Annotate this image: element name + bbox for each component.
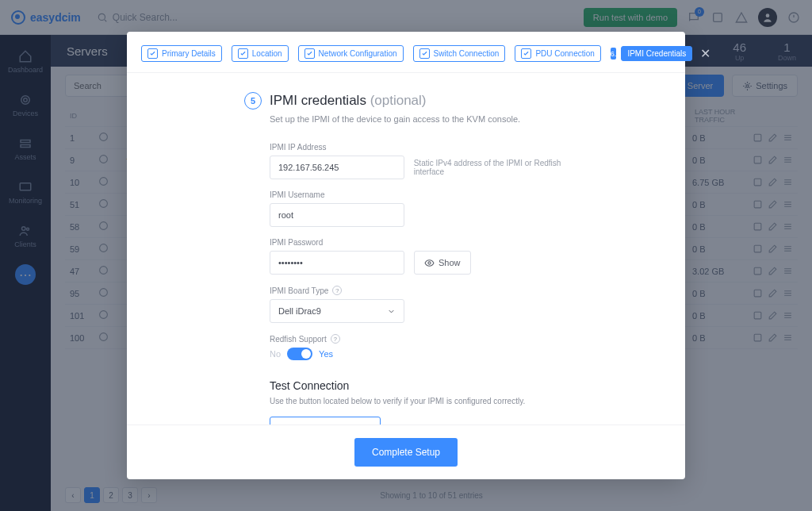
board-label: IPMI Board Type? — [270, 286, 593, 295]
step-number-badge: 6. — [611, 48, 617, 60]
ip-hint: Static IPv4 address of the IPMI or Redfi… — [414, 159, 593, 176]
pass-label: IPMI Password — [270, 238, 593, 247]
connection-test-button[interactable]: Quick Connection Test — [270, 417, 381, 425]
step-location[interactable]: Location — [232, 45, 289, 62]
check-icon — [238, 48, 248, 59]
chevron-down-icon — [387, 307, 396, 316]
section-heading: IPMI credentials (optional) — [270, 93, 427, 109]
check-icon — [304, 48, 315, 59]
wizard-steps: Primary Details Location Network Configu… — [127, 32, 685, 73]
section-description: Set up the IPMI of the device to gain ac… — [270, 114, 593, 124]
redfish-label: Redfish Support? — [270, 334, 593, 344]
info-icon[interactable]: ? — [331, 334, 340, 344]
step-switch[interactable]: Switch Connection — [413, 45, 506, 62]
ipmi-password-input[interactable] — [270, 251, 404, 275]
check-icon — [419, 48, 430, 59]
check-icon — [147, 48, 158, 59]
svg-point-31 — [428, 261, 431, 263]
show-password-button[interactable]: Show — [414, 251, 471, 275]
toggle-yes-label: Yes — [319, 349, 333, 359]
check-icon — [521, 48, 531, 59]
step-circle: 5 — [244, 92, 262, 110]
toggle-no-label: No — [270, 349, 281, 359]
complete-setup-button[interactable]: Complete Setup — [354, 438, 458, 467]
info-icon[interactable]: ? — [332, 286, 342, 295]
board-type-select[interactable]: Dell iDrac9 — [270, 299, 404, 323]
step-network[interactable]: Network Configuration — [298, 45, 404, 62]
step-ipmi[interactable]: IPMI Credentials — [621, 46, 692, 61]
step-pdu[interactable]: PDU Connection — [515, 45, 600, 62]
redfish-toggle[interactable] — [287, 348, 312, 360]
eye-icon — [424, 258, 435, 268]
close-icon[interactable]: ✕ — [697, 44, 714, 63]
ip-label: IPMI IP Address — [270, 143, 593, 152]
ipmi-ip-input[interactable] — [270, 156, 404, 179]
test-heading: Test Connection — [270, 379, 593, 392]
setup-modal: Primary Details Location Network Configu… — [127, 32, 685, 479]
step-primary-details[interactable]: Primary Details — [141, 45, 222, 62]
ipmi-username-input[interactable] — [270, 203, 404, 227]
test-description: Use the button located below to verify i… — [270, 397, 593, 405]
user-label: IPMI Username — [270, 190, 593, 199]
